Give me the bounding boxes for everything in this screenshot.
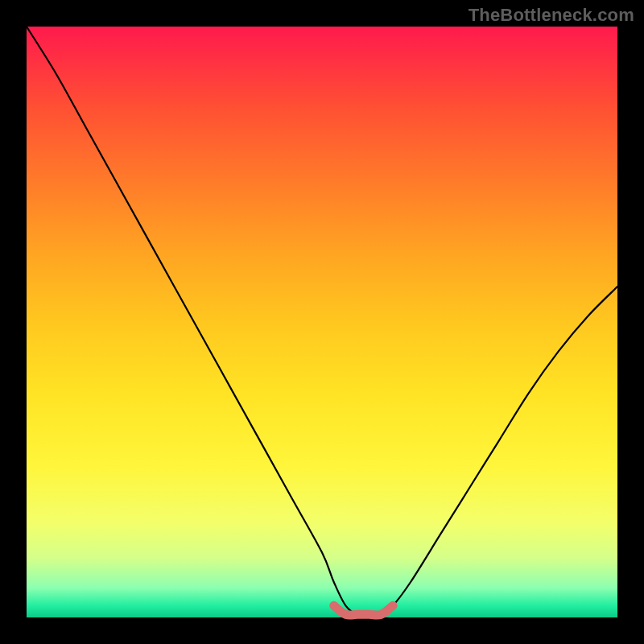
sweet-spot-band [334,605,393,615]
plot-area [27,27,617,617]
watermark-text: TheBottleneck.com [469,5,634,26]
curve-layer [27,27,617,617]
bottleneck-curve [27,27,617,615]
chart-frame: TheBottleneck.com [0,0,644,644]
